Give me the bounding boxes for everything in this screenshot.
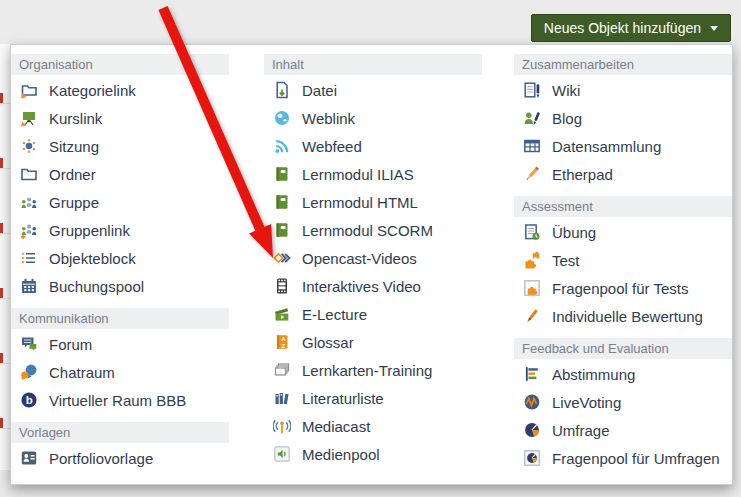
menu-item-gruppenlink[interactable]: Gruppenlink — [11, 216, 229, 244]
menu-item-label: Abstimmung — [552, 366, 635, 383]
menu-item-abstimmung[interactable]: Abstimmung — [514, 360, 732, 388]
menu-item-label: Datensammlung — [552, 138, 661, 155]
menu-item-label: Medienpool — [302, 446, 380, 463]
menu-item-ubung[interactable]: Übung — [514, 218, 732, 246]
data-collection-icon — [523, 137, 541, 155]
menu-item-ordner[interactable]: Ordner — [11, 160, 229, 188]
menu-item-label: Lernmodul ILIAS — [302, 166, 414, 183]
section-header-feedback-und-evaluation: Feedback und Evaluation — [514, 338, 732, 359]
menu-item-label: Webfeed — [302, 138, 362, 155]
item-block-icon — [20, 249, 38, 267]
menu-item-lernmodul-scorm[interactable]: Lernmodul SCORM — [264, 216, 482, 244]
menu-item-fragenpool-fur-umfragen[interactable]: Fragenpool für Umfragen — [514, 444, 732, 472]
section-header-kommunikation: Kommunikation — [11, 308, 229, 329]
menu-item-datensammlung[interactable]: Datensammlung — [514, 132, 732, 160]
menu-item-label: Weblink — [302, 110, 355, 127]
menu-item-label: Datei — [302, 82, 337, 99]
opencast-icon — [273, 249, 291, 267]
flashcards-icon — [273, 361, 291, 379]
menu-item-label: Buchungspool — [49, 278, 144, 295]
menu-item-label: Literaturliste — [302, 390, 384, 407]
menu-item-e-lecture[interactable]: E-Lecture — [264, 300, 482, 328]
menu-item-glossar[interactable]: AZGlossar — [264, 328, 482, 356]
add-new-object-button[interactable]: Neues Objekt hinzufügen — [531, 14, 731, 42]
group-link-icon — [20, 221, 38, 239]
menu-item-weblink[interactable]: Weblink — [264, 104, 482, 132]
menu-item-label: Gruppe — [49, 194, 99, 211]
wiki-icon — [523, 81, 541, 99]
menu-item-objekteblock[interactable]: Objekteblock — [11, 244, 229, 272]
background-row-divider — [0, 363, 10, 364]
folder-icon — [20, 165, 38, 183]
menu-item-label: Blog — [552, 110, 582, 127]
menu-item-label: Glossar — [302, 334, 354, 351]
menu-item-label: Virtueller Raum BBB — [49, 392, 186, 409]
session-icon — [20, 137, 38, 155]
background-row-divider — [0, 168, 10, 169]
menu-item-individuelle-bewertung[interactable]: Individuelle Bewertung — [514, 302, 732, 330]
menu-item-label: Kurslink — [49, 110, 102, 127]
menu-item-gruppe[interactable]: Gruppe — [11, 188, 229, 216]
menu-item-etherpad[interactable]: Etherpad — [514, 160, 732, 188]
background-red-mark — [0, 288, 3, 298]
menu-item-forum[interactable]: Forum — [11, 330, 229, 358]
svg-text:A: A — [281, 336, 286, 342]
menu-item-label: Mediacast — [302, 418, 370, 435]
background-red-mark — [0, 158, 3, 168]
blog-icon — [523, 109, 541, 127]
menu-item-label: Test — [552, 252, 580, 269]
menu-item-mediacast[interactable]: Mediacast — [264, 412, 482, 440]
menu-item-label: Kategorielink — [49, 82, 136, 99]
menu-item-wiki[interactable]: Wiki — [514, 76, 732, 104]
menu-item-portfoliovorlage[interactable]: Portfoliovorlage — [11, 444, 229, 472]
menu-item-datei[interactable]: Datei — [264, 76, 482, 104]
booking-pool-icon — [20, 277, 38, 295]
menu-item-interaktives-video[interactable]: Interaktives Video — [264, 272, 482, 300]
exercise-icon — [523, 223, 541, 241]
chatroom-icon — [20, 363, 38, 381]
menu-item-fragenpool-fur-tests[interactable]: Fragenpool für Tests — [514, 274, 732, 302]
menu-item-sitzung[interactable]: Sitzung — [11, 132, 229, 160]
etherpad-icon — [523, 165, 541, 183]
menu-item-virtueller-raum-bbb[interactable]: bVirtueller Raum BBB — [11, 386, 229, 414]
menu-item-medienpool[interactable]: Medienpool — [264, 440, 482, 468]
menu-item-label: Sitzung — [49, 138, 99, 155]
menu-section-feedback-und-evaluation: Feedback und EvaluationAbstimmungLiveVot… — [514, 338, 732, 472]
menu-item-kurslink[interactable]: Kurslink — [11, 104, 229, 132]
learning-module-icon — [273, 165, 291, 183]
background-red-mark — [0, 93, 3, 103]
section-header-vorlagen: Vorlagen — [11, 422, 229, 443]
menu-item-literaturliste[interactable]: Literaturliste — [264, 384, 482, 412]
background-red-mark — [0, 223, 3, 233]
menu-item-kategorielink[interactable]: Kategorielink — [11, 76, 229, 104]
background-row-divider — [0, 103, 10, 104]
menu-item-buchungspool[interactable]: Buchungspool — [11, 272, 229, 300]
menu-item-blog[interactable]: Blog — [514, 104, 732, 132]
menu-item-lernmodul-html[interactable]: Lernmodul HTML — [264, 188, 482, 216]
menu-item-lernkarten-training[interactable]: Lernkarten-Training — [264, 356, 482, 384]
svg-text:Z: Z — [281, 343, 285, 349]
section-header-zusammenarbeiten: Zusammenarbeiten — [514, 54, 732, 75]
caret-down-icon — [710, 26, 718, 31]
category-link-icon — [20, 81, 38, 99]
menu-item-label: Gruppenlink — [49, 222, 130, 239]
weblink-icon — [273, 109, 291, 127]
menu-item-livevoting[interactable]: LiveVoting — [514, 388, 732, 416]
background-red-mark — [0, 418, 3, 428]
menu-item-lernmodul-ilias[interactable]: Lernmodul ILIAS — [264, 160, 482, 188]
group-icon — [20, 193, 38, 211]
section-header-inhalt: Inhalt — [264, 54, 482, 75]
menu-item-chatraum[interactable]: Chatraum — [11, 358, 229, 386]
menu-item-test[interactable]: Test — [514, 246, 732, 274]
menu-item-opencast-videos[interactable]: Opencast-Videos — [264, 244, 482, 272]
menu-item-label: Opencast-Videos — [302, 250, 417, 267]
background-row-divider — [0, 298, 10, 299]
mediacast-icon — [273, 417, 291, 435]
menu-item-umfrage[interactable]: Umfrage — [514, 416, 732, 444]
menu-item-label: Fragenpool für Umfragen — [552, 450, 720, 467]
menu-item-webfeed[interactable]: Webfeed — [264, 132, 482, 160]
menu-section-assessment: AssessmentÜbungTestFragenpool für TestsI… — [514, 196, 732, 330]
menu-item-label: Individuelle Bewertung — [552, 308, 703, 325]
bbb-icon: b — [20, 391, 38, 409]
portfolio-template-icon — [20, 449, 38, 467]
